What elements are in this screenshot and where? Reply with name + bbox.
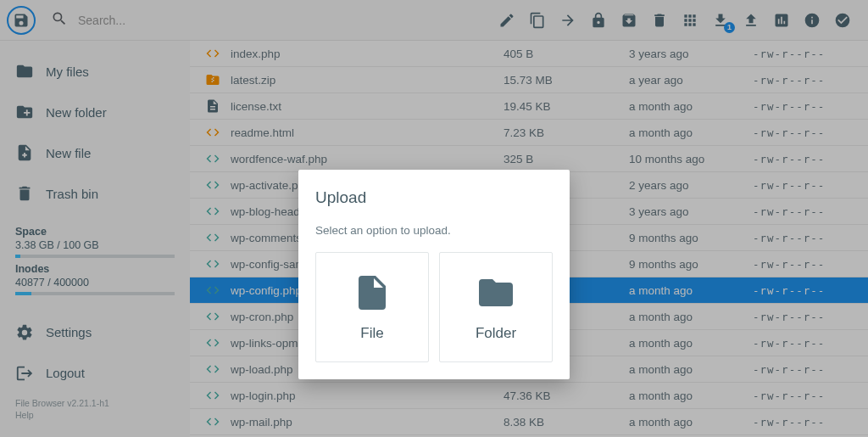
dialog-subtitle: Select an option to upload. bbox=[315, 224, 553, 237]
folder-icon bbox=[476, 272, 516, 313]
upload-dialog: Upload Select an option to upload. File … bbox=[298, 170, 570, 379]
file-icon bbox=[352, 272, 392, 313]
upload-file-label: File bbox=[360, 325, 383, 342]
upload-file-card[interactable]: File bbox=[315, 252, 429, 362]
dialog-title: Upload bbox=[315, 188, 553, 207]
upload-folder-label: Folder bbox=[476, 325, 516, 342]
upload-folder-card[interactable]: Folder bbox=[439, 252, 553, 362]
